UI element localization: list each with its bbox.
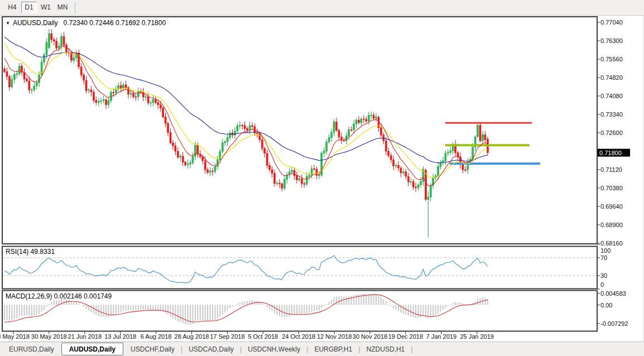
current-price-value: 0.71800 (599, 150, 622, 156)
date-axis-label: 13 Jul 2018 (104, 333, 136, 340)
price-axis-label: 0.71120 (600, 166, 622, 173)
tab-eurgbp[interactable]: EURGBP,H1 (309, 342, 358, 356)
tab-usdchf[interactable]: USDCHF,Daily (125, 342, 180, 356)
tab-audusd[interactable]: AUDUSD,Daily (61, 343, 123, 355)
date-axis-label: 8 May 2018 (0, 333, 30, 340)
timeframe-button-mn[interactable]: MN (55, 2, 70, 13)
rsi-axis-label: 70 (600, 254, 607, 261)
price-axis-label: 0.68160 (600, 240, 623, 247)
price-axis-label: 0.69640 (600, 203, 623, 210)
price-axis-label: 0.75560 (600, 56, 623, 62)
date-axis-label: 30 Nov 2018 (353, 333, 387, 340)
macd-axis-label: -0.007292 (600, 320, 628, 327)
main-price-panel[interactable] (2, 17, 597, 244)
price-axis-label: 0.76300 (600, 37, 623, 44)
macd-indicator-label: MACD(12,26,9) 0.002146 0.001749 (6, 292, 112, 300)
rsi-axis-label: 30 (600, 272, 607, 279)
tab-usdcad[interactable]: USDCAD,Daily (183, 342, 239, 356)
chevron-down-icon[interactable]: ▼ (6, 21, 10, 26)
rsi-axis-label: 0 (600, 281, 604, 288)
tab-separator: | (410, 345, 413, 353)
tab-usdcnh[interactable]: USDCNH,Weekly (242, 342, 306, 356)
chart-symbol-label: AUDUSD,Daily (13, 19, 58, 27)
date-axis-label: 17 Sep 2018 (210, 333, 244, 340)
price-axis-label: 0.72600 (600, 129, 623, 136)
price-axis-label: 0.73340 (600, 111, 623, 118)
rsi-indicator-label: RSI(14) 49.8331 (6, 248, 55, 256)
date-axis-label: 19 Dec 2018 (388, 333, 423, 340)
timeframe-button-d1[interactable]: D1 (21, 2, 37, 13)
symbol-tabbar: EURUSD,DailyAUDUSD,DailyUSDCHF,Daily|USD… (0, 341, 644, 356)
tab-eurusd[interactable]: EURUSD,Daily (3, 342, 60, 356)
timeframe-button-w1[interactable]: W1 (38, 2, 54, 13)
chart-window: 0.770400.763000.755600.748200.740800.733… (0, 16, 644, 341)
macd-axis-label: 0.004583 (600, 290, 626, 297)
timeframe-toolbar: H4D1W1MN (0, 0, 644, 16)
date-axis-label: 7 Jan 2019 (426, 333, 456, 340)
trading-terminal: H4D1W1MN 0.770400.763000.755600.748200.7… (0, 0, 644, 356)
chart-title: ▼AUDUSD,Daily0.72340 0.72446 0.71692 0.7… (6, 19, 166, 27)
tab-nzdusd[interactable]: NZDUSD,H1 (361, 342, 411, 356)
date-axis-label: 12 Nov 2018 (317, 333, 352, 340)
timeframe-button-h4[interactable]: H4 (4, 2, 20, 13)
date-axis-label: 21 Jun 2018 (68, 333, 102, 340)
toolbar-separator (75, 2, 75, 14)
price-axis-label: 0.77040 (600, 19, 623, 26)
date-axis-label: 28 Aug 2018 (175, 333, 209, 340)
price-axis-label: 0.74080 (600, 93, 623, 99)
price-axis-label: 0.68900 (600, 222, 623, 228)
date-axis-label: 24 Oct 2018 (282, 333, 315, 340)
price-axis-label: 0.74820 (600, 74, 623, 81)
rsi-axis-label: 100 (600, 247, 611, 254)
ohlc-values: 0.72340 0.72446 0.71692 0.71800 (64, 19, 166, 27)
date-axis-label: 6 Aug 2018 (141, 333, 172, 340)
timeframe-buttons: H4D1W1MN (4, 2, 70, 13)
rsi-panel[interactable] (2, 247, 597, 289)
date-axis-label: 30 May 2018 (31, 333, 67, 340)
date-axis-label: 5 Oct 2018 (248, 333, 278, 340)
price-axis-label: 0.70380 (600, 185, 623, 191)
date-axis-label: 25 Jan 2019 (460, 333, 494, 340)
macd-axis-label: 0.00 (600, 302, 612, 309)
